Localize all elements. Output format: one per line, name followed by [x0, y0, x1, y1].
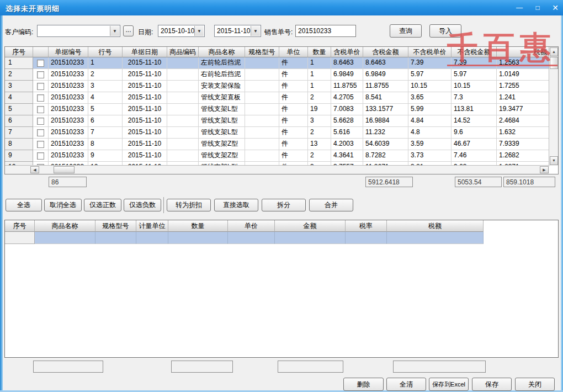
grid1-column-header[interactable]: 数量 [308, 47, 331, 57]
select-positive-button[interactable]: 仅选正数 [84, 199, 121, 211]
grid1-column-header[interactable]: 不含税单价 [408, 47, 452, 57]
merge-button[interactable]: 合并 [309, 199, 353, 211]
table-row[interactable]: 320151023332015-11-10安装支架保险件111.875511.8… [5, 81, 558, 92]
row-checkbox[interactable] [37, 94, 44, 102]
table-row[interactable]: 720151023372015-11-10管线支架L型件25.61611.232… [5, 127, 558, 139]
grid1-column-header[interactable]: 商品编码 [167, 47, 199, 57]
cell-unit: 件 [279, 150, 308, 162]
checkbox-cell [33, 150, 49, 162]
grid1-column-header[interactable]: 序号 [5, 47, 33, 57]
chevron-down-icon[interactable]: ▼ [194, 26, 204, 36]
scroll-left-icon[interactable]: ◀ [30, 166, 39, 173]
save-button[interactable]: 保存 [472, 378, 512, 391]
horizontal-scrollbar[interactable]: ◀ ▶ [5, 165, 549, 174]
grid2-column-header[interactable]: 税额 [387, 220, 484, 232]
checkbox-cell [33, 115, 49, 127]
scroll-up-icon[interactable]: ▲ [550, 47, 558, 56]
cell-amt: 46.67 [452, 139, 497, 150]
table-row[interactable]: 520151023352015-11-10管线支架L型件197.0083133.… [5, 104, 558, 115]
table-row[interactable]: 820151023382015-11-10管线支架Z型件134.200354.6… [5, 139, 558, 150]
unselect-all-button[interactable]: 取消全选 [44, 199, 82, 211]
import-button[interactable]: 导入 [429, 24, 461, 38]
cell-amt: 7.3 [452, 92, 497, 104]
grid1-column-header[interactable]: 含税单价 [331, 47, 363, 57]
select-all-button[interactable]: 全选 [6, 199, 42, 211]
grid1-column-header[interactable]: 单据日期 [123, 47, 167, 57]
grid2-column-header[interactable]: 计量单位 [136, 220, 168, 232]
detail-grid[interactable]: 序号单据编号行号单据日期商品编码商品名称规格型号单位数量含税单价含税金额不含税单… [4, 46, 559, 174]
cell-line: 3 [88, 81, 123, 92]
clear-all-button[interactable]: 全清 [386, 378, 426, 391]
save-to-excel-button[interactable]: 保存到Excel [429, 378, 469, 391]
vertical-scroll-thumb[interactable] [550, 57, 558, 69]
query-button[interactable]: 查询 [390, 24, 422, 38]
date-to-combo[interactable]: 2015-11-10 ▼ [214, 25, 261, 37]
row-checkbox[interactable] [37, 129, 44, 136]
table-row[interactable]: 220151023322015-11-10右前轮后挡泥件16.98496.984… [5, 69, 558, 81]
minimize-button[interactable]: — [513, 3, 525, 13]
date-to-value: 2015-11-10 [217, 27, 251, 35]
chevron-down-icon[interactable]: ▼ [110, 26, 119, 36]
row-checkbox[interactable] [37, 106, 44, 113]
grid1-column-header[interactable]: 商品名称 [199, 47, 245, 57]
vertical-scrollbar[interactable]: ▲ ▼ [549, 47, 558, 166]
customer-code-combo[interactable]: ▼ [37, 25, 120, 37]
grid1-column-header[interactable] [33, 47, 49, 57]
horizontal-scroll-thumb[interactable] [54, 166, 75, 173]
table-row[interactable]: 420151023342015-11-10管线支架直板件24.27058.541… [5, 92, 558, 104]
grid2-selected-empty-row[interactable] [5, 232, 558, 244]
date-from-combo[interactable]: 2015-10-10 ▼ [158, 25, 205, 37]
row-checkbox[interactable] [37, 71, 44, 78]
grid2-column-header[interactable]: 数量 [168, 220, 228, 232]
close-icon[interactable]: ✕ [549, 3, 561, 13]
cell-doc: 201510233 [49, 81, 88, 92]
row-checkbox[interactable] [37, 118, 44, 125]
to-discount-button[interactable]: 转为折扣 [167, 199, 211, 211]
sales-order-input[interactable]: 201510233 [295, 25, 356, 37]
direct-pick-button[interactable]: 直接选取 [214, 199, 258, 211]
grid2-column-header[interactable]: 税率 [346, 220, 387, 232]
total-amount-tax-box: 5912.6418 [365, 177, 413, 187]
checkbox-cell [33, 81, 49, 92]
grid1-column-header[interactable]: 单位 [279, 47, 308, 57]
cell-amt_tax: 16.9884 [363, 115, 408, 127]
customer-browse-button[interactable]: ... [123, 25, 134, 36]
split-button[interactable]: 拆分 [262, 199, 306, 211]
cell-amt_tax: 11.232 [363, 127, 408, 139]
table-row[interactable]: 620151023362015-11-10管线支架L型件35.662816.98… [5, 115, 558, 127]
grid2-column-header[interactable]: 金额 [275, 220, 346, 232]
cell-line: 1 [88, 57, 123, 69]
cell-tax: 1.7255 [497, 81, 550, 92]
row-checkbox[interactable] [37, 141, 44, 148]
grid2-column-header[interactable]: 商品名称 [35, 220, 95, 232]
table-row[interactable]: 120151023312015-11-10左前轮后挡泥件18.64638.646… [5, 57, 558, 69]
select-negative-button[interactable]: 仅选负数 [124, 199, 161, 211]
cell-spec [245, 104, 279, 115]
close-button[interactable]: 关闭 [515, 378, 555, 391]
grid2-column-header[interactable]: 单价 [228, 220, 275, 232]
grid2-column-header[interactable]: 规格型号 [95, 220, 136, 232]
grid1-column-header[interactable]: 税额 [497, 47, 550, 57]
cell-code [167, 115, 199, 127]
cell-unit: 件 [279, 57, 308, 69]
row-checkbox[interactable] [37, 60, 44, 67]
grid1-column-header[interactable]: 规格型号 [245, 47, 279, 57]
cell-doc: 201510233 [49, 57, 88, 69]
maximize-button[interactable]: □ [532, 3, 544, 13]
chevron-down-icon[interactable]: ▼ [251, 26, 260, 36]
delete-button[interactable]: 删除 [343, 378, 384, 391]
grid1-column-header[interactable]: 单据编号 [49, 47, 88, 57]
row-checkbox[interactable] [37, 83, 44, 90]
scroll-right-icon[interactable]: ▶ [540, 166, 549, 173]
cell-doc: 201510233 [49, 139, 88, 150]
table-row[interactable]: 920151023392015-11-10管线支架Z型件24.36418.728… [5, 150, 558, 162]
row-checkbox[interactable] [37, 152, 44, 160]
cell-name: 管线支架L型 [199, 115, 245, 127]
grid1-column-header[interactable]: 行号 [88, 47, 123, 57]
grid1-column-header[interactable]: 含税金额 [363, 47, 408, 57]
scroll-down-icon[interactable]: ▼ [550, 156, 558, 165]
title-bar[interactable]: 选择未开票明细 — □ ✕ [0, 0, 563, 15]
invoice-grid[interactable]: 序号商品名称规格型号计量单位数量单价金额税率税额 [4, 220, 559, 358]
grid2-column-header[interactable]: 序号 [5, 220, 35, 232]
grid1-column-header[interactable]: 不含税金额 [452, 47, 497, 57]
